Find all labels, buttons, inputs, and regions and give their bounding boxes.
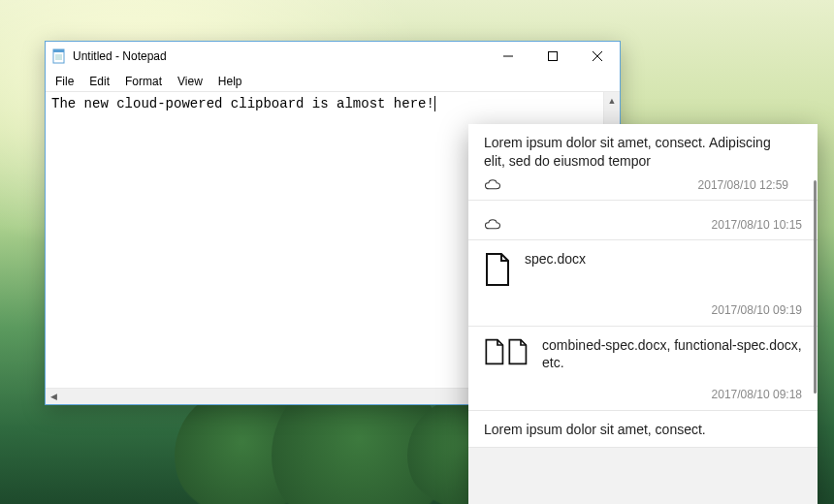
maximize-button[interactable] — [530, 42, 575, 71]
clipboard-text: Lorem ipsum dolor sit amet, consect. Adi… — [484, 134, 788, 171]
notepad-icon — [51, 48, 67, 64]
clipboard-text: Lorem ipsum dolor sit amet, consect. — [484, 421, 802, 439]
close-button[interactable] — [575, 42, 620, 71]
window-title: Untitled - Notepad — [73, 49, 167, 63]
svg-rect-6 — [549, 52, 558, 61]
clipboard-file-label: spec.docx — [525, 250, 802, 268]
clipboard-list[interactable]: Lorem ipsum dolor sit amet, consect. Adi… — [468, 124, 818, 504]
clipboard-item[interactable]: spec.docx 2017/08/10 09:19 — [468, 240, 818, 327]
document-icon — [507, 338, 529, 365]
clipboard-flyout: Lorem ipsum dolor sit amet, consect. Adi… — [468, 124, 818, 504]
menu-help[interactable]: Help — [210, 73, 250, 90]
cloud-icon — [484, 179, 501, 191]
editor-content: The new cloud-powered clipboard is almos… — [51, 96, 434, 111]
document-icon — [484, 338, 505, 365]
menu-view[interactable]: View — [170, 73, 210, 90]
scroll-up-icon[interactable]: ▲ — [604, 92, 620, 109]
scroll-left-icon[interactable]: ◀ — [46, 389, 62, 404]
clipboard-timestamp: 2017/08/10 10:15 — [712, 218, 802, 232]
window-controls — [486, 42, 620, 71]
clipboard-item[interactable]: 2017/08/10 10:15 — [468, 201, 818, 240]
menu-file[interactable]: File — [48, 73, 81, 90]
clipboard-timestamp: 2017/08/10 12:59 — [698, 178, 788, 192]
flyout-scrollbar-thumb[interactable] — [814, 180, 817, 394]
text-caret — [434, 96, 435, 111]
document-icon — [484, 252, 511, 287]
clipboard-file-label: combined-spec.docx, functional-spec.docx… — [542, 336, 802, 371]
clipboard-item[interactable]: Lorem ipsum dolor sit amet, consect. — [468, 411, 818, 448]
minimize-button[interactable] — [486, 42, 530, 71]
titlebar[interactable]: Untitled - Notepad — [46, 42, 620, 71]
clipboard-timestamp: 2017/08/10 09:18 — [712, 388, 802, 401]
menu-edit[interactable]: Edit — [81, 73, 117, 90]
cloud-icon — [484, 219, 501, 231]
clipboard-item[interactable]: combined-spec.docx, functional-spec.docx… — [468, 327, 818, 411]
svg-rect-1 — [53, 49, 64, 52]
clipboard-item[interactable]: Lorem ipsum dolor sit amet, consect. Adi… — [468, 124, 818, 201]
clipboard-timestamp: 2017/08/10 09:19 — [712, 303, 802, 317]
menubar: File Edit Format View Help — [46, 71, 620, 91]
menu-format[interactable]: Format — [117, 73, 170, 90]
